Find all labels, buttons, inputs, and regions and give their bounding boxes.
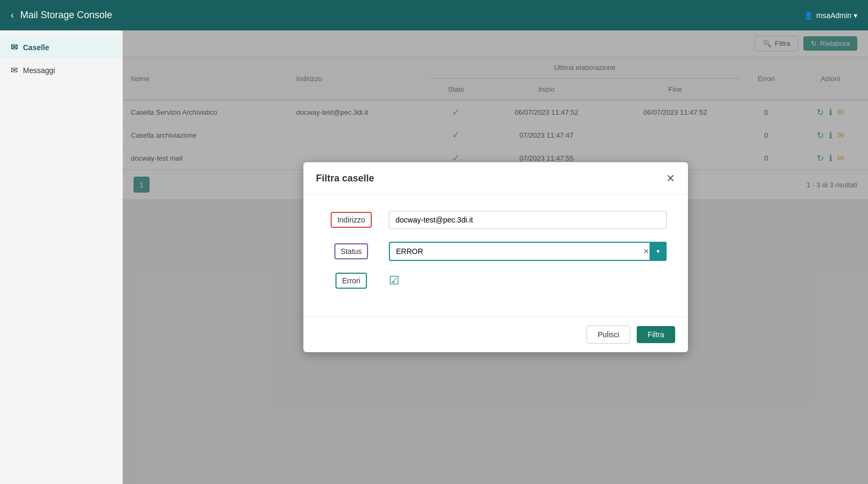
user-label: msaAdmin ▾ <box>816 11 857 20</box>
sidebar-label-messaggi: Messaggi <box>23 66 55 75</box>
modal-body: Indirizzo Status ✕ ▾ <box>303 195 688 316</box>
status-clear-icon[interactable]: ✕ <box>643 247 650 256</box>
modal-close-button[interactable]: ✕ <box>666 172 675 185</box>
user-icon: 👤 <box>804 11 813 20</box>
status-dropdown-arrow[interactable]: ▾ <box>650 242 667 261</box>
indirizzo-label-wrapper: Indirizzo <box>325 216 378 224</box>
messaggi-icon: ✉ <box>11 65 18 75</box>
app-title: Mail Storage Console <box>20 10 112 21</box>
filter-modal: Filtra caselle ✕ Indirizzo <box>303 162 688 352</box>
modal-title: Filtra caselle <box>316 173 374 184</box>
pulisci-button[interactable]: Pulisci <box>587 326 630 344</box>
indirizzo-row: Indirizzo <box>325 211 667 229</box>
modal-overlay: Filtra caselle ✕ Indirizzo <box>123 30 868 484</box>
user-menu[interactable]: 👤 msaAdmin ▾ <box>804 11 857 20</box>
back-icon[interactable]: ‹ <box>11 10 14 21</box>
status-row: Status ✕ ▾ <box>325 242 667 261</box>
status-input[interactable] <box>389 242 667 261</box>
content-area: 🔍 Filtra ↻ Rielabora Nome Indirizzo Ulti… <box>123 30 868 484</box>
sidebar-item-caselle[interactable]: ✉ Caselle <box>0 36 122 59</box>
main-layout: ✉ Caselle ✉ Messaggi 🔍 Filtra ↻ Rielabor… <box>0 30 868 484</box>
sidebar: ✉ Caselle ✉ Messaggi <box>0 30 123 484</box>
errori-label-wrapper: Errori <box>325 276 378 285</box>
errori-label: Errori <box>335 273 366 289</box>
errori-row: Errori ☑ <box>325 274 667 288</box>
status-label-wrapper: Status <box>325 247 378 256</box>
errori-checkbox[interactable]: ☑ <box>389 274 400 288</box>
status-select-wrapper: ✕ ▾ <box>389 242 667 261</box>
indirizzo-input[interactable] <box>389 211 667 229</box>
indirizzo-label: Indirizzo <box>331 212 371 228</box>
header-left: ‹ Mail Storage Console <box>11 10 112 21</box>
header: ‹ Mail Storage Console 👤 msaAdmin ▾ <box>0 0 868 30</box>
sidebar-label-caselle: Caselle <box>23 43 49 52</box>
modal-footer: Pulisci Filtra <box>303 316 688 352</box>
sidebar-item-messaggi[interactable]: ✉ Messaggi <box>0 59 122 82</box>
caselle-icon: ✉ <box>11 42 18 52</box>
filtra-button[interactable]: Filtra <box>637 326 675 343</box>
modal-header: Filtra caselle ✕ <box>303 162 688 195</box>
status-label: Status <box>334 243 369 259</box>
